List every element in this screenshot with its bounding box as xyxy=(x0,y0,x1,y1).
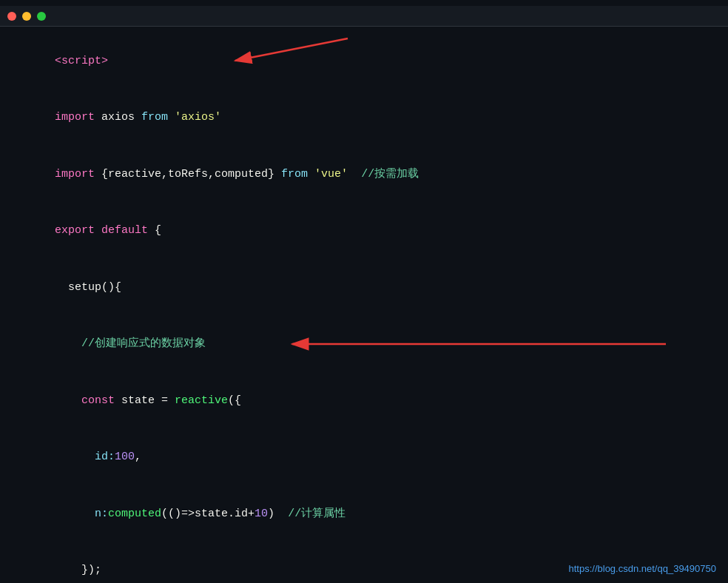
kw-import-2: import xyxy=(55,168,95,181)
window-toolbar xyxy=(0,6,728,27)
kw-import-1: import xyxy=(55,111,95,124)
code-line-7: const state = reactive({ xyxy=(15,372,713,429)
code-content: <script> import axios from 'axios' impor… xyxy=(0,30,728,583)
code-line-5: setup(){ xyxy=(15,259,713,316)
code-line-8: id:100, xyxy=(15,429,713,486)
comment-1: //按需加载 xyxy=(361,168,419,181)
fn-computed: computed xyxy=(108,508,161,520)
minimize-dot xyxy=(22,12,31,21)
code-editor: <script> import axios from 'axios' impor… xyxy=(0,0,728,583)
kw-export: export xyxy=(55,224,95,237)
prop-n: n: xyxy=(95,508,108,520)
watermark-url: https://blog.csdn.net/qq_39490750 xyxy=(569,563,717,574)
maximize-dot xyxy=(37,12,46,21)
num-100: 100 xyxy=(115,451,135,463)
num-10: 10 xyxy=(255,508,268,520)
code-line-9: n:computed(()=>state.id+10) //计算属性 xyxy=(15,485,713,542)
kw-const-1: const xyxy=(81,394,115,407)
str-axios: 'axios' xyxy=(175,111,221,124)
prop-id: id: xyxy=(95,451,115,463)
code-line-4: export default { xyxy=(15,203,713,260)
comment-2: //创建响应式的数据对象 xyxy=(55,337,206,350)
fn-reactive: reactive xyxy=(175,394,228,407)
kw-from-1: from xyxy=(141,111,168,124)
close-dot xyxy=(7,12,16,21)
comment-3: //计算属性 xyxy=(288,508,346,520)
code-line-2: import axios from 'axios' xyxy=(15,90,713,146)
code-line-1: <script> xyxy=(15,33,713,90)
kw-default: default xyxy=(101,224,148,237)
code-line-6: //创建响应式的数据对象 xyxy=(15,316,713,373)
tag-script-open: <script> xyxy=(55,55,108,67)
kw-from-2: from xyxy=(281,168,308,181)
str-vue: 'vue' xyxy=(314,168,348,181)
code-line-3: import {reactive,toRefs,computed} from '… xyxy=(15,146,713,203)
